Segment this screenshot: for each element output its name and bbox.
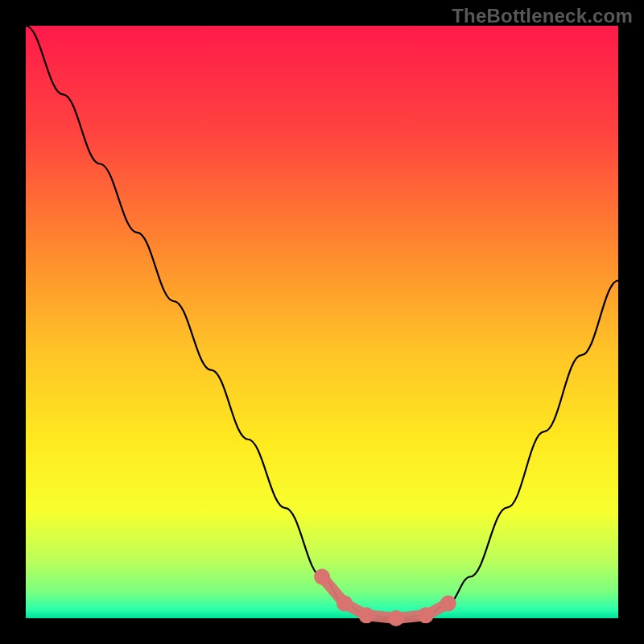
highlight-dot xyxy=(388,610,404,626)
highlight-dot xyxy=(418,607,434,623)
chart-canvas xyxy=(0,0,644,644)
chart-frame: TheBottleneck.com xyxy=(0,0,644,644)
highlight-dot xyxy=(358,607,374,623)
highlight-dot xyxy=(336,596,353,612)
highlight-dot xyxy=(314,568,330,584)
highlight-dot xyxy=(440,596,456,612)
watermark-text: TheBottleneck.com xyxy=(452,5,633,27)
plot-background xyxy=(26,26,618,618)
